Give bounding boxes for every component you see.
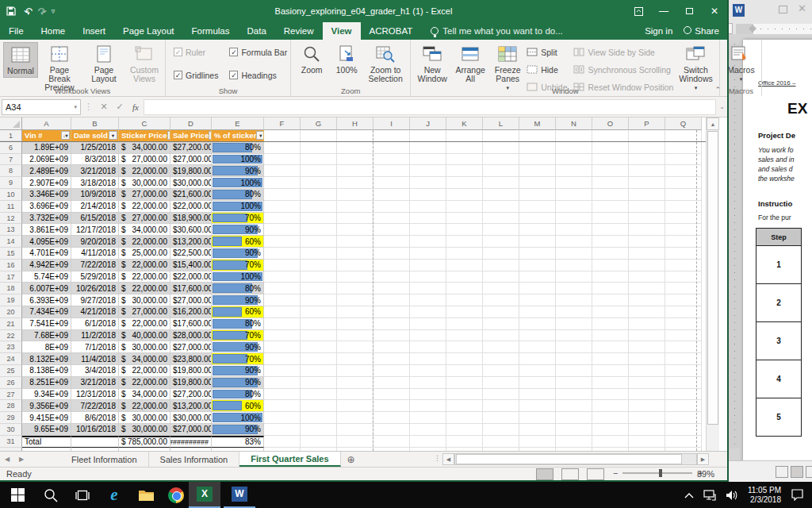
row-number[interactable]: 9 <box>0 177 22 189</box>
sale-price-cell[interactable]: $21,600.00 <box>170 189 212 201</box>
clock[interactable]: 11:05 PM 2/3/2018 <box>748 486 781 505</box>
select-all-corner[interactable] <box>0 117 22 130</box>
sticker-price-cell[interactable]: $34,000.00 <box>119 224 170 236</box>
insert-function-icon[interactable]: fx <box>128 102 144 112</box>
ribbon-tab-formulas[interactable]: Formulas <box>183 22 239 40</box>
synchronous-scrolling-button[interactable]: Synchronous Scrolling <box>573 61 673 78</box>
custom-views-button[interactable]: Custom Views <box>127 42 162 85</box>
pct-of-sticker-cell[interactable]: 100% <box>212 177 264 189</box>
sheet-tab-fleet-information[interactable]: Fleet Information <box>60 452 149 467</box>
enter-entry-icon[interactable]: ✓ <box>112 102 128 112</box>
column-header-F[interactable]: F <box>264 117 301 130</box>
sign-in-link[interactable]: Sign in <box>645 26 672 36</box>
total-pct-cell[interactable]: 83% <box>212 436 264 448</box>
pct-of-sticker-cell[interactable]: 90% <box>212 248 264 260</box>
sticker-price-cell[interactable]: $27,000.00 <box>119 189 170 201</box>
date-cell[interactable]: 8/3/2018 <box>71 154 119 166</box>
sticker-price-cell[interactable]: $27,000.00 <box>119 306 170 318</box>
expand-formula-bar-icon[interactable]: ⌄ <box>719 103 725 110</box>
arrange-all-button[interactable]: Arrange All <box>452 42 488 85</box>
vin-cell[interactable]: 9.356E+09 <box>22 400 71 412</box>
column-header-N[interactable]: N <box>556 117 592 130</box>
headings-checkbox[interactable]: ✓Headings <box>229 67 287 83</box>
sticker-price-cell[interactable]: $40,000.00 <box>119 330 170 342</box>
row-number[interactable]: 26 <box>0 377 22 389</box>
column-header-P[interactable]: P <box>629 117 665 130</box>
date-cell[interactable]: 7/22/2018 <box>71 260 119 271</box>
pct-of-sticker-cell[interactable]: 100% <box>212 154 264 166</box>
scroll-up-icon[interactable]: ▲ <box>707 117 719 130</box>
filter-icon[interactable]: ▾ <box>109 131 117 140</box>
pct-of-sticker-cell[interactable]: 90% <box>212 424 264 436</box>
sticker-price-cell[interactable]: $22,000.00 <box>119 318 170 330</box>
new-window-button[interactable]: New Window <box>414 42 450 85</box>
scroll-right-icon[interactable]: ▶ <box>697 453 709 465</box>
row-number[interactable]: 13 <box>0 224 22 236</box>
vin-cell[interactable]: 9.415E+09 <box>22 412 71 424</box>
ribbon-tab-view[interactable]: View <box>323 22 361 40</box>
sale-price-cell[interactable]: $27,000.00 <box>170 294 212 306</box>
new-sheet-button[interactable]: ⊕ <box>341 452 362 467</box>
column-header-O[interactable]: O <box>592 117 629 130</box>
sale-price-cell[interactable]: $17,600.00 <box>170 318 212 330</box>
table-column-header[interactable]: Date sold▾ <box>71 130 119 141</box>
column-header-M[interactable]: M <box>519 117 556 130</box>
vin-cell[interactable]: 2.489E+09 <box>22 165 71 177</box>
sale-price-cell[interactable]: $27,200.00 <box>170 142 212 154</box>
normal-view-icon[interactable] <box>536 468 553 480</box>
column-header-D[interactable]: D <box>170 117 212 130</box>
date-cell[interactable]: 9/20/2018 <box>71 236 119 248</box>
sale-price-cell[interactable]: $13,200.00 <box>170 236 212 248</box>
sticker-price-cell[interactable]: $27,000.00 <box>119 154 170 166</box>
maximize-button[interactable] <box>676 0 702 22</box>
sale-price-cell[interactable]: $30,600.00 <box>170 224 212 236</box>
name-box[interactable]: A34▾ <box>2 99 81 115</box>
row-number[interactable]: 18 <box>0 283 22 294</box>
action-center-icon[interactable] <box>791 489 804 501</box>
row-number[interactable]: 21 <box>0 318 22 330</box>
sticker-price-cell[interactable]: $30,000.00 <box>119 177 170 189</box>
spreadsheet-grid[interactable]: ABCDEFGHIJKLMNOPQ 1Vin #↓▾Date sold▾Stic… <box>0 117 727 451</box>
date-cell[interactable]: 4/11/2018 <box>71 248 119 260</box>
pct-of-sticker-cell[interactable]: 90% <box>212 224 264 236</box>
pct-of-sticker-cell[interactable]: 90% <box>212 165 264 177</box>
table-column-header[interactable]: % of sticker▾ <box>212 130 264 141</box>
pct-of-sticker-cell[interactable]: 80% <box>212 283 264 294</box>
date-cell[interactable]: 3/18/2018 <box>71 177 119 189</box>
column-header-Q[interactable]: Q <box>665 117 702 130</box>
date-cell[interactable]: 5/29/2018 <box>71 271 119 283</box>
start-button[interactable] <box>2 482 33 508</box>
sheet-nav-left-icon[interactable]: ◀ <box>0 452 14 467</box>
excel-taskbar-button[interactable]: X <box>189 482 220 508</box>
column-header-H[interactable]: H <box>337 117 373 130</box>
row-number[interactable]: 15 <box>0 248 22 260</box>
sticker-price-cell[interactable]: $22,000.00 <box>119 365 170 377</box>
sticker-price-cell[interactable]: $30,000.00 <box>119 341 170 353</box>
sale-price-cell[interactable]: $17,600.00 <box>170 283 212 294</box>
row-number[interactable]: 6 <box>0 142 22 154</box>
ribbon-tab-insert[interactable]: Insert <box>74 22 114 40</box>
zoom-slider-thumb[interactable] <box>659 469 662 477</box>
column-header-J[interactable]: J <box>410 117 446 130</box>
date-cell[interactable]: 12/31/2018 <box>71 389 119 401</box>
pct-of-sticker-cell[interactable]: 70% <box>212 260 264 271</box>
date-cell[interactable]: 10/9/2018 <box>71 189 119 201</box>
table-column-header[interactable]: Vin #↓▾ <box>22 130 71 141</box>
sale-price-cell[interactable]: $13,200.00 <box>170 400 212 412</box>
formula-input[interactable] <box>144 99 716 115</box>
date-cell[interactable]: 3/21/2018 <box>71 165 119 177</box>
column-header-L[interactable]: L <box>483 117 519 130</box>
vin-cell[interactable]: 3.696E+09 <box>22 201 71 213</box>
pct-of-sticker-cell[interactable]: 80% <box>212 142 264 154</box>
sheet-tab-sales-information[interactable]: Sales Information <box>149 452 240 467</box>
total-sticker-cell[interactable]: $785,000.00 <box>119 436 170 448</box>
sticker-price-cell[interactable]: $22,000.00 <box>119 400 170 412</box>
pct-of-sticker-cell[interactable]: 90% <box>212 294 264 306</box>
tab-split-handle[interactable]: ⋮ <box>434 454 441 462</box>
sticker-price-cell[interactable]: $30,000.00 <box>119 412 170 424</box>
cancel-entry-icon[interactable]: ✕ <box>96 102 112 112</box>
ribbon-tab-data[interactable]: Data <box>239 22 275 40</box>
empty-cell[interactable] <box>71 436 119 448</box>
table-column-header[interactable]: Sale Price▾ <box>170 130 212 141</box>
hide-button[interactable]: Hide <box>527 61 567 78</box>
